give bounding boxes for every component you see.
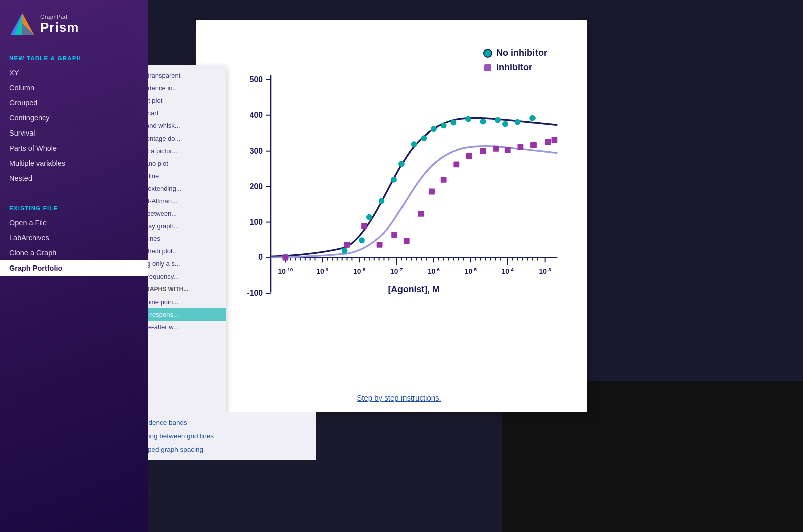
sidebar-item-clone-graph[interactable]: Clone a Graph — [0, 245, 148, 260]
svg-point-85 — [398, 161, 405, 167]
svg-text:0: 0 — [258, 253, 263, 261]
svg-rect-107 — [466, 153, 472, 159]
sidebar-item-grouped[interactable]: Grouped — [0, 95, 148, 110]
svg-rect-108 — [480, 148, 486, 154]
sidebar-item-graph-portfolio[interactable]: Graph Portfolio — [0, 260, 148, 276]
graph-legend: No inhibitor Inhibitor — [484, 48, 547, 73]
svg-rect-113 — [545, 139, 551, 145]
sidebar: GraphPad Prism NEW TABLE & GRAPH XY Colu… — [0, 0, 148, 532]
new-table-label: NEW TABLE & GRAPH — [0, 46, 148, 65]
svg-point-84 — [391, 177, 397, 183]
svg-rect-105 — [441, 177, 447, 183]
svg-point-83 — [379, 198, 385, 204]
svg-rect-98 — [344, 242, 350, 248]
sidebar-item-survival[interactable]: Survival — [0, 125, 148, 141]
sidebar-item-column[interactable]: Column — [0, 80, 148, 95]
legend-inhibitor: Inhibitor — [484, 62, 547, 73]
svg-point-86 — [411, 141, 417, 147]
svg-point-91 — [465, 116, 471, 122]
svg-rect-112 — [530, 142, 537, 148]
legend-label-no-inhibitor: No inhibitor — [496, 48, 547, 58]
sidebar-divider — [0, 191, 148, 191]
legend-square-inhibitor — [484, 64, 491, 71]
svg-text:10-6: 10-6 — [428, 267, 440, 275]
svg-rect-111 — [517, 144, 523, 150]
svg-point-92 — [480, 119, 486, 125]
svg-point-89 — [441, 123, 447, 129]
svg-text:10-3: 10-3 — [539, 267, 552, 275]
sidebar-item-contingency[interactable]: Contingency — [0, 110, 148, 125]
existing-file-label: EXISTING FILE — [0, 196, 148, 215]
svg-rect-106 — [453, 161, 459, 167]
svg-text:100: 100 — [250, 218, 263, 226]
sidebar-item-open-file[interactable]: Open a File — [0, 215, 148, 230]
svg-text:400: 400 — [250, 111, 263, 119]
graph-container: No inhibitor Inhibitor — [196, 20, 587, 412]
step-by-step-link[interactable]: Step by step instructions. — [231, 393, 567, 402]
svg-text:500: 500 — [250, 75, 263, 84]
svg-rect-114 — [551, 137, 557, 143]
svg-point-80 — [342, 248, 348, 254]
svg-text:10-10: 10-10 — [278, 267, 293, 275]
logo-icon — [9, 11, 35, 37]
svg-point-94 — [502, 121, 508, 127]
logo-area: GraphPad Prism — [0, 0, 148, 46]
svg-text:10-8: 10-8 — [353, 267, 366, 275]
svg-point-95 — [515, 119, 521, 125]
svg-point-90 — [450, 120, 456, 126]
svg-rect-104 — [429, 189, 435, 195]
bottom-menu-confidence-bands[interactable]: Confidence bands — [125, 416, 316, 429]
svg-point-81 — [359, 237, 365, 243]
svg-text:10-5: 10-5 — [465, 267, 477, 275]
svg-rect-97 — [282, 255, 288, 261]
svg-rect-101 — [391, 232, 397, 238]
bottom-menu-shading-grid[interactable]: Shading between grid lines — [125, 429, 316, 443]
legend-dot-no-inhibitor — [484, 50, 491, 57]
svg-text:-100: -100 — [247, 289, 263, 297]
legend-no-inhibitor: No inhibitor — [484, 48, 547, 58]
sidebar-item-multiple-variables[interactable]: Multiple variables — [0, 156, 148, 171]
svg-text:10-4: 10-4 — [502, 267, 514, 275]
svg-rect-110 — [505, 147, 511, 153]
svg-text:300: 300 — [250, 147, 263, 155]
svg-rect-109 — [493, 146, 499, 152]
brand-name: GraphPad — [40, 14, 79, 20]
svg-point-96 — [529, 115, 536, 121]
svg-point-93 — [495, 117, 501, 123]
graph-chart: 0 100 200 300 400 500 -100 10-10 10-9 10… — [231, 35, 567, 381]
bottom-menu: Confidence bands Shading between grid li… — [125, 412, 316, 460]
app-name: Prism — [40, 20, 79, 35]
svg-rect-100 — [377, 242, 383, 248]
svg-point-87 — [421, 135, 427, 141]
svg-point-88 — [431, 126, 437, 132]
legend-label-inhibitor: Inhibitor — [496, 62, 532, 73]
sidebar-item-parts-of-whole[interactable]: Parts of Whole — [0, 141, 148, 156]
svg-text:200: 200 — [250, 182, 263, 191]
svg-rect-103 — [418, 211, 424, 217]
sidebar-item-nested[interactable]: Nested — [0, 171, 148, 186]
svg-rect-102 — [404, 238, 410, 244]
svg-point-82 — [366, 214, 372, 220]
bottom-menu-grouped-spacing[interactable]: Grouped graph spacing — [125, 443, 316, 456]
svg-text:10-7: 10-7 — [390, 267, 403, 275]
logo-text: GraphPad Prism — [40, 14, 79, 35]
svg-text:[Agonist], M: [Agonist], M — [388, 285, 439, 295]
svg-rect-99 — [361, 223, 367, 229]
sidebar-item-xy[interactable]: XY — [0, 65, 148, 80]
svg-text:10-9: 10-9 — [316, 267, 329, 275]
sidebar-item-labarchives[interactable]: LabArchives — [0, 230, 148, 245]
